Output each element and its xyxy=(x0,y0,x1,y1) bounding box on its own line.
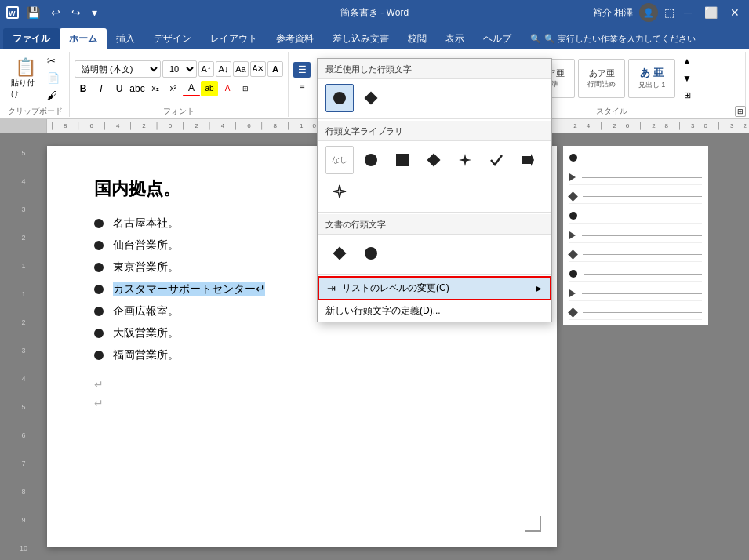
expand-font-btn[interactable]: ⊞ xyxy=(237,81,254,96)
library-bullets-grid: なし xyxy=(318,141,551,210)
text-highlight-color-btn[interactable]: ab xyxy=(201,81,218,96)
rp-line xyxy=(584,216,702,216)
change-level-menu-item[interactable]: ⇥ リストのレベルの変更(C) ▶ xyxy=(318,276,551,300)
bold-btn[interactable]: B xyxy=(75,81,92,96)
tab-insert[interactable]: 挿入 xyxy=(107,28,144,49)
font-row-top: 游明朝 (本文) 10.5 A↑ A↓ Aa A✕ A xyxy=(75,60,283,78)
tab-references[interactable]: 参考資料 xyxy=(267,28,323,49)
redo-quick-btn[interactable]: ↪ xyxy=(68,5,84,20)
document-title: 箇条書き - Word xyxy=(340,6,409,20)
minimize-btn[interactable]: ─ xyxy=(681,6,695,19)
right-panel-row xyxy=(569,286,702,301)
svg-rect-10 xyxy=(333,247,347,260)
right-styles-panel xyxy=(563,146,708,325)
recent-bullet-diamond[interactable] xyxy=(357,84,385,112)
tab-layout[interactable]: レイアウト xyxy=(201,28,267,49)
text-highlight-btn[interactable]: A xyxy=(267,61,283,77)
style-compact[interactable]: あア亜 行間詰め xyxy=(578,59,625,98)
style-heading1[interactable]: あ 亜 見出し 1 xyxy=(628,59,675,98)
user-avatar[interactable]: 👤 xyxy=(639,3,658,22)
svg-rect-6 xyxy=(427,154,441,167)
lib-bullet-circle[interactable] xyxy=(357,146,385,174)
doc-bullet-circle[interactable] xyxy=(357,239,385,267)
doc-bullet-diamond[interactable] xyxy=(325,239,354,267)
customize-quick-btn[interactable]: ▾ xyxy=(89,5,100,20)
font-row-bottom: B I U abc x₂ x² A ab A ⊞ xyxy=(75,81,283,96)
save-quick-btn[interactable]: 💾 xyxy=(24,5,43,20)
font-color-btn[interactable]: A xyxy=(183,81,200,96)
subscript-btn[interactable]: x₂ xyxy=(147,81,164,96)
bullet-dropdown-popup: 最近使用した行頭文字 行頭文字ライブラリ なし xyxy=(317,58,552,322)
rp-bullet-diamond xyxy=(568,307,578,318)
tab-view[interactable]: 表示 xyxy=(436,28,474,49)
rp-line xyxy=(583,254,702,255)
styles-scroll-down[interactable]: ▼ xyxy=(678,71,696,86)
lib-bullet-star4[interactable] xyxy=(451,146,479,174)
tab-search[interactable]: 🔍🔍 実行したい作業を入力してください xyxy=(521,28,705,49)
align-left-btn[interactable]: ≡ xyxy=(293,79,311,95)
title-bar-left: W 💾 ↩ ↪ ▾ xyxy=(6,5,100,20)
svg-marker-8 xyxy=(522,154,534,166)
list-item: 福岡営業所。 xyxy=(94,348,510,362)
tab-mailings[interactable]: 差し込み文書 xyxy=(323,28,398,49)
team-btn[interactable]: ⬚ xyxy=(664,6,674,19)
change-case-btn[interactable]: Aa xyxy=(233,61,249,77)
define-bullet-label: 新しい行頭文字の定義(D)... xyxy=(325,304,441,318)
styles-expand[interactable]: ⊞ xyxy=(678,88,696,104)
svg-point-2 xyxy=(333,92,346,104)
lib-bullet-arrow[interactable] xyxy=(514,146,542,174)
right-panel-row xyxy=(569,228,702,243)
ribbon-group-font: 游明朝 (本文) 10.5 A↑ A↓ Aa A✕ A B I U abc x₂… xyxy=(70,52,289,117)
list-item: 大阪営業所。 xyxy=(94,326,510,340)
superscript-btn[interactable]: x² xyxy=(165,81,182,96)
clipboard-label: クリップボード xyxy=(8,104,63,117)
bullet-circle xyxy=(94,351,104,360)
underline-btn[interactable]: U xyxy=(111,81,128,96)
tab-review[interactable]: 校閲 xyxy=(398,28,436,49)
bullet-circle xyxy=(94,219,104,228)
rp-line xyxy=(582,293,702,294)
copy-btn[interactable]: 📄 xyxy=(44,71,63,86)
change-level-label: リストのレベルの変更(C) xyxy=(342,282,449,295)
bullets-btn[interactable]: ☰ xyxy=(293,62,311,78)
style-label: スタイル xyxy=(596,104,627,117)
tab-help[interactable]: ヘルプ xyxy=(474,28,521,49)
restore-btn[interactable]: ⬜ xyxy=(701,6,721,19)
cut-btn[interactable]: ✂ xyxy=(44,53,63,69)
right-panel-row xyxy=(569,190,702,204)
rp-bullet-arrow xyxy=(569,289,576,297)
font-grow-btn[interactable]: A↑ xyxy=(198,61,214,77)
rp-line xyxy=(582,177,702,178)
close-btn[interactable]: ✕ xyxy=(727,6,743,19)
font-family-select[interactable]: 游明朝 (本文) xyxy=(75,60,161,78)
lib-bullet-diamond[interactable] xyxy=(420,146,448,174)
clear-format-btn[interactable]: A✕ xyxy=(250,61,266,77)
font-size-select[interactable]: 10.5 xyxy=(162,60,197,78)
doc-bullets-grid xyxy=(318,235,551,272)
tab-home[interactable]: ホーム xyxy=(60,28,107,49)
paste-btn[interactable]: 📋 貼り付け xyxy=(8,58,42,99)
ribbon-expand-btn[interactable]: ⊞ xyxy=(735,106,746,117)
right-panel-row xyxy=(569,248,702,262)
font-shrink-btn[interactable]: A↓ xyxy=(216,61,231,77)
strikethrough-btn[interactable]: abc xyxy=(129,81,146,96)
font-label: フォント xyxy=(163,104,195,117)
tab-file[interactable]: ファイル xyxy=(3,28,60,49)
italic-btn[interactable]: I xyxy=(93,81,110,96)
undo-quick-btn[interactable]: ↩ xyxy=(48,5,64,20)
bullet-none[interactable]: なし xyxy=(325,146,354,174)
library-bullets-label: 行頭文字ライブラリ xyxy=(318,121,551,141)
lib-bullet-square[interactable] xyxy=(388,146,416,174)
rp-line xyxy=(582,235,702,236)
styles-scroll-up[interactable]: ▲ xyxy=(678,53,696,69)
recent-bullet-circle[interactable] xyxy=(325,84,354,112)
lib-bullet-star-open[interactable] xyxy=(325,177,354,205)
lib-bullet-check[interactable] xyxy=(482,146,511,174)
font-color-2-btn[interactable]: A xyxy=(219,81,236,96)
rp-bullet-diamond xyxy=(568,249,578,260)
define-bullet-menu-item[interactable]: 新しい行頭文字の定義(D)... xyxy=(318,300,551,322)
format-painter-btn[interactable]: 🖌 xyxy=(44,88,63,104)
tab-design[interactable]: デザイン xyxy=(144,28,201,49)
rp-line xyxy=(584,158,702,158)
svg-point-11 xyxy=(365,247,377,260)
